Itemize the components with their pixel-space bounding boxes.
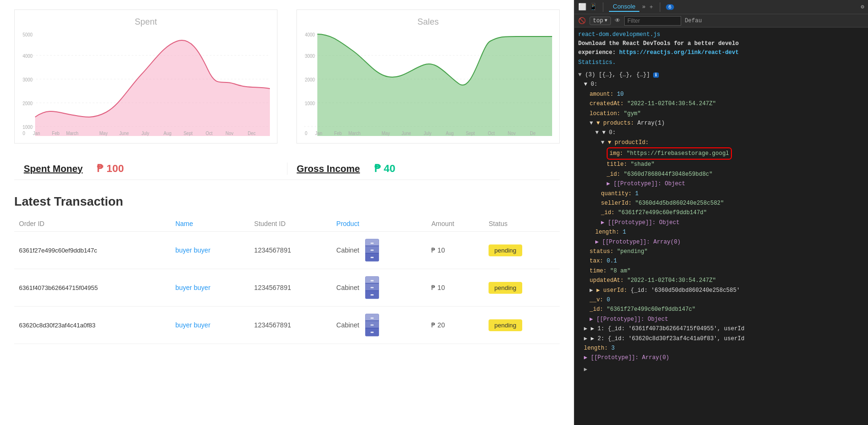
amount-cell: ₱ 10 (426, 269, 484, 307)
block-icon[interactable]: 🚫 (578, 17, 586, 25)
length-val: 1 (623, 229, 626, 235)
buyer-name-cell: buyer buyer (171, 307, 249, 344)
_id2-label: _id: (601, 209, 615, 216)
sellerId-val: "6360d4d5bd860240e258c582" (635, 200, 724, 207)
svg-rect-54 (371, 280, 374, 281)
svg-rect-45 (371, 243, 374, 244)
svg-rect-55 (371, 287, 374, 289)
more-tabs-icon[interactable]: » (642, 4, 646, 10)
userId-label: ▶ userId: (596, 287, 627, 294)
_v-val: 0 (607, 297, 610, 303)
_id3-val: "6361f27e499c60ef9ddb147c" (607, 306, 695, 313)
status-cell: pending (484, 307, 560, 344)
title-label: title: (607, 161, 627, 168)
react-link[interactable]: https://reactjs.org/link/react-devt (619, 49, 739, 56)
svg-text:March: March (66, 131, 78, 136)
status-badge: pending (489, 319, 522, 331)
student-id-cell: 1234567891 (249, 269, 332, 307)
svg-text:3000: 3000 (305, 54, 315, 59)
spent-chart-svg: 5000 4000 3000 2000 1000 0 Jan Feb March… (22, 32, 270, 136)
prototype5-label: ▶ [[Prototype]]: Array(0) (584, 354, 669, 361)
student-id-cell: 1234567891 (249, 232, 332, 269)
table-row: 6361f4073b62664715f04955 buyer buyer 123… (14, 269, 560, 307)
prototype4-label: ▶ [[Prototype]]: Object (590, 316, 668, 323)
svg-rect-66 (366, 320, 379, 321)
filter-input[interactable] (624, 16, 681, 26)
svg-text:0: 0 (305, 131, 307, 136)
table-row: 6361f27e499c60ef9ddb147c buyer buyer 123… (14, 232, 560, 269)
svg-text:Nov: Nov (508, 131, 516, 136)
svg-text:De: De (530, 131, 536, 136)
product-image (364, 276, 380, 299)
react-dom-link[interactable]: react-dom.development.js (578, 31, 660, 38)
title-val: "shade" (630, 161, 654, 168)
buyer-name-cell: buyer buyer (171, 232, 249, 269)
prototype-label: ▶ [[Prototype]]: Object (607, 181, 685, 187)
prototype3-label: ▶ [[Prototype]]: Array(0) (595, 239, 681, 245)
product-cell: Cabinet (332, 307, 426, 344)
svg-rect-43 (366, 246, 379, 253)
svg-rect-67 (366, 328, 379, 328)
sales-chart-title: Sales (304, 17, 552, 27)
product-cell: Cabinet (332, 269, 426, 307)
sales-chart-container: Sales 4000 3000 2000 1000 0 (296, 9, 560, 144)
svg-text:July: July (141, 131, 149, 136)
top-badge[interactable]: top ▼ (590, 17, 611, 25)
order-id-cell: 6361f4073b62664715f04955 (14, 269, 171, 307)
sub0-label: ▼ 0: (602, 129, 616, 136)
settings-icon[interactable]: ⚙ (861, 3, 864, 10)
createdAt-val: "2022-11-02T04:30:54.247Z" (627, 100, 716, 107)
location-val: "gym" (624, 110, 641, 117)
spent-chart-title: Spent (22, 17, 270, 27)
item2-label: ▶ 2: (591, 335, 604, 342)
sales-chart-svg: 4000 3000 2000 1000 0 Jan Feb March May … (304, 32, 552, 136)
add-tab-icon[interactable]: ＋ (648, 3, 654, 11)
spent-money-stat: Spent Money ₱ 100 (14, 163, 287, 175)
svg-text:Oct: Oct (206, 131, 213, 136)
filter-default-label: Defau (685, 18, 702, 24)
react-devtools-msg: Download the React DevTools for a better… (578, 39, 864, 57)
tax-val: 0.1 (607, 258, 617, 264)
device-icon[interactable]: 📱 (589, 3, 597, 11)
item1-label: ▶ 1: (591, 326, 604, 332)
length-label: length: (595, 229, 619, 235)
amount-cell: ₱ 10 (426, 232, 484, 269)
col-student-id: Student ID (249, 216, 332, 232)
svg-rect-52 (366, 283, 379, 290)
product-cell: Cabinet (332, 232, 426, 269)
tab-console[interactable]: Console (609, 2, 639, 12)
status-badge: pending (489, 282, 522, 294)
svg-text:Dec: Dec (248, 131, 256, 136)
product-name: Cabinet (336, 321, 359, 329)
spent-money-value: ₱ 100 (97, 163, 124, 175)
product-name: Cabinet (336, 284, 359, 291)
devtools-second-row: 🚫 top ▼ 👁 Defau (574, 14, 868, 27)
student-id-cell: 1234567891 (249, 307, 332, 344)
status-label: status: (590, 248, 613, 255)
col-order-id: Order ID (14, 216, 171, 232)
table-header-row: Order ID Name Student ID Product Amount … (14, 216, 560, 232)
userId-val: {_id: '6360d50dbd860240e258c585' (630, 287, 739, 294)
products-val: Array(1) (637, 120, 665, 127)
svg-text:June: June (119, 131, 129, 136)
svg-text:Jan: Jan (315, 131, 322, 136)
svg-text:Sept: Sept (184, 131, 193, 136)
item0-label: ▼ 0: (584, 81, 598, 88)
products-label: ▼ products: (596, 120, 634, 127)
inspect-icon[interactable]: ⬜ (578, 3, 586, 11)
svg-rect-56 (371, 294, 374, 296)
sales-chart-area: 4000 3000 2000 1000 0 Jan Feb March May … (304, 32, 552, 136)
svg-text:June: June (401, 131, 411, 136)
_id3-label: _id: (590, 306, 603, 313)
amount-label: amount: (590, 91, 613, 98)
eye-icon[interactable]: 👁 (615, 17, 620, 24)
svg-text:2000: 2000 (305, 77, 315, 82)
charts-row: Spent 5000 4000 3000 2000 1000 0 (14, 9, 560, 144)
col-product: Product (332, 216, 426, 232)
statistics-link[interactable]: Statistics. (578, 59, 616, 66)
array-summary: (3) [{…}, {…}, {…}] (585, 72, 650, 78)
order-id-cell: 63620c8d30f23af4c41a0f83 (14, 307, 171, 344)
svg-text:July: July (424, 131, 432, 136)
svg-rect-57 (366, 283, 379, 283)
updatedAt-val: "2022-11-02T04:30:54.247Z" (627, 277, 716, 284)
